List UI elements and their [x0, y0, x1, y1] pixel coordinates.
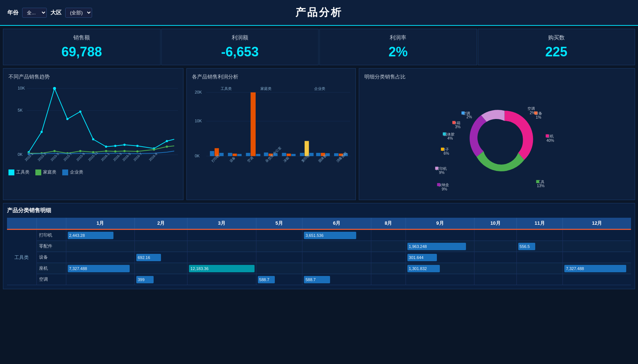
bar-cell-m5: 588.7: [256, 274, 302, 285]
col-month10: 10月: [474, 218, 516, 229]
bar-cell: [134, 241, 187, 252]
bar-cell: [406, 274, 474, 285]
svg-rect-68: [309, 153, 314, 156]
bar-4m9: 1,301.832: [407, 265, 440, 272]
bar-cell: [474, 263, 516, 274]
bar-cell: [134, 263, 187, 274]
svg-rect-66: [300, 153, 304, 156]
legend-color-tools: [8, 169, 14, 175]
bar-cell-m2: 692.16: [134, 252, 187, 263]
kpi-sales: 销售额 69,788: [3, 29, 161, 65]
bar-cell-m11: [516, 230, 563, 241]
bar-3m2: 692.16: [136, 254, 161, 261]
bar-cell: [516, 252, 563, 263]
svg-text:6%: 6%: [444, 151, 449, 155]
bar-cell: [187, 241, 256, 252]
bar-cell-m3: 12,183.36: [187, 263, 256, 274]
svg-text:企业类: 企业类: [314, 87, 325, 91]
header: 年份 全... 2015 2016 大区 (全部) 华东 华南 华北 产品分析: [0, 0, 638, 26]
bar-cell-m6: 588.7: [302, 274, 371, 285]
col-month9: 9月: [406, 218, 474, 229]
col-category: [7, 218, 36, 229]
bar-cell: [187, 252, 256, 263]
kpi-orders-label: 购买数: [485, 34, 628, 41]
gantt-table: 1月 2月 3月 5月 6月 8月 9月 10月 11月 12月 工具类 打印机: [7, 218, 631, 285]
svg-text:设备: 设备: [229, 156, 236, 163]
bar-cell: [66, 274, 134, 285]
svg-rect-105: [452, 121, 455, 124]
year-select[interactable]: 全... 2015 2016: [22, 8, 47, 18]
charts-row: 不同产品销售趋势 10K 5K 0K: [3, 68, 635, 200]
bar-5m6: 588.7: [304, 276, 330, 283]
svg-point-24: [105, 150, 107, 152]
svg-point-9: [66, 118, 69, 120]
kpi-margin: 利润率 2%: [319, 29, 477, 65]
svg-rect-107: [441, 148, 444, 151]
svg-rect-111: [536, 180, 539, 183]
bar-4m1: 7,327.488: [68, 265, 130, 272]
bar-5m5: 588.7: [258, 276, 275, 283]
col-month1: 1月: [66, 218, 134, 229]
svg-text:10K: 10K: [195, 119, 202, 123]
line-chart-svg: 10K 5K 0K: [8, 84, 178, 165]
svg-rect-108: [435, 167, 438, 169]
svg-rect-53: [219, 153, 224, 156]
legend-home: 家庭类: [35, 169, 56, 175]
bar-cell-m2: [134, 230, 187, 241]
bar-2m11: 556.5: [518, 243, 536, 250]
svg-rect-56: [237, 154, 242, 156]
category-cell: 工具类: [7, 230, 36, 285]
svg-text:4%: 4%: [448, 136, 453, 140]
donut-svg: 空调 2% 冰箱 3% 固体胶 4% 椅子 6% 打印机 9% 收纳盒 9% 设…: [364, 84, 630, 195]
svg-rect-112: [546, 134, 548, 137]
svg-point-22: [79, 150, 81, 152]
svg-text:10K: 10K: [18, 86, 25, 90]
svg-rect-72: [334, 153, 339, 156]
bar-cell: [371, 252, 406, 263]
svg-text:40%: 40%: [546, 139, 554, 143]
bar-cell-m5: [256, 230, 302, 241]
kpi-orders-value: 225: [485, 44, 628, 60]
product-cell: 零配件: [36, 241, 66, 252]
svg-text:0K: 0K: [18, 152, 23, 157]
table-body: 工具类 打印机 2,443.28 3,651.536 零配件: [7, 230, 631, 285]
svg-point-20: [53, 150, 56, 152]
bar-cell-m9: 1,301.832: [406, 263, 474, 274]
line-chart-panel: 不同产品销售趋势 10K 5K 0K: [3, 68, 183, 200]
svg-point-25: [114, 150, 116, 153]
kpi-sales-label: 销售额: [11, 34, 153, 41]
col-month6: 6月: [302, 218, 371, 229]
product-cell: 打印机: [36, 230, 66, 241]
region-select[interactable]: (全部) 华东 华南 华北: [65, 8, 92, 18]
svg-point-15: [136, 145, 139, 147]
bar-chart-container: 20K 10K 0K 工具类 家庭类 企业类: [192, 84, 350, 187]
bar-cell: [563, 252, 631, 263]
legend-color-enterprise: [62, 169, 68, 175]
bar-cell: [371, 241, 406, 252]
svg-rect-67: [305, 141, 309, 156]
kpi-profit-label: 利润额: [169, 34, 311, 41]
table-section: 产品分类销售明细 1月 2月 3月 5月 6月 8月 9月 10月 11月 12…: [3, 203, 635, 289]
bar-4m3: 12,183.36: [189, 265, 254, 272]
svg-point-7: [41, 131, 43, 133]
col-month2: 2月: [134, 218, 187, 229]
svg-point-29: [166, 146, 168, 148]
legend-label-tools: 工具类: [16, 169, 29, 175]
bar-cell: [256, 263, 302, 274]
svg-rect-106: [443, 132, 446, 135]
donut-chart-panel: 明细分类销售占比: [359, 68, 635, 200]
bar-cell-m9: 1,963.248: [406, 241, 474, 252]
svg-rect-60: [264, 153, 268, 156]
kpi-margin-label: 利润率: [327, 34, 469, 41]
legend-color-home: [35, 169, 41, 175]
bar-2m9: 1,963.248: [407, 243, 466, 250]
svg-text:5K: 5K: [18, 108, 23, 112]
table-header-row: 1月 2月 3月 5月 6月 8月 9月 10月 11月 12月: [7, 218, 631, 229]
line-chart-container: 10K 5K 0K: [8, 84, 178, 180]
bar-cell: [302, 241, 371, 252]
svg-text:1%: 1%: [536, 115, 541, 119]
bar-3m9: 301.644: [407, 254, 437, 261]
svg-rect-69: [316, 153, 320, 156]
svg-text:工具类: 工具类: [221, 87, 232, 91]
svg-point-17: [166, 140, 168, 142]
